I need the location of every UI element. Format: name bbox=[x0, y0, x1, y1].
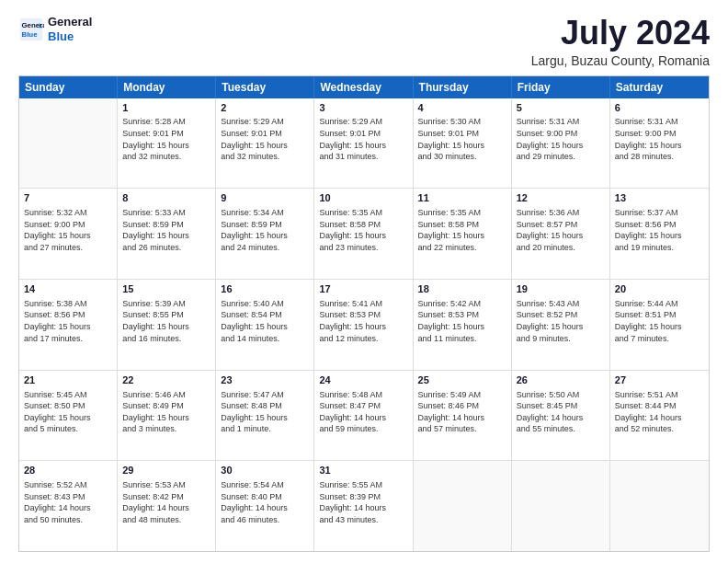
day-info: Sunrise: 5:46 AM Sunset: 8:49 PM Dayligh… bbox=[122, 389, 210, 435]
day-info: Sunrise: 5:35 AM Sunset: 8:58 PM Dayligh… bbox=[418, 207, 506, 253]
day-number: 17 bbox=[319, 282, 407, 296]
calendar-cell bbox=[414, 461, 512, 551]
day-number: 20 bbox=[615, 282, 704, 296]
calendar-cell: 20Sunrise: 5:44 AM Sunset: 8:51 PM Dayli… bbox=[610, 280, 709, 370]
calendar-cell: 6Sunrise: 5:31 AM Sunset: 9:00 PM Daylig… bbox=[610, 98, 709, 189]
calendar: SundayMondayTuesdayWednesdayThursdayFrid… bbox=[18, 75, 710, 552]
calendar-cell: 1Sunrise: 5:28 AM Sunset: 9:01 PM Daylig… bbox=[118, 98, 216, 189]
calendar-cell: 7Sunrise: 5:32 AM Sunset: 9:00 PM Daylig… bbox=[19, 189, 118, 279]
calendar-cell bbox=[610, 461, 709, 551]
calendar-cell: 25Sunrise: 5:49 AM Sunset: 8:46 PM Dayli… bbox=[414, 371, 512, 461]
svg-text:Blue: Blue bbox=[22, 29, 39, 38]
day-number: 25 bbox=[418, 373, 506, 387]
day-number: 4 bbox=[418, 101, 506, 115]
calendar-day-header: Saturday bbox=[610, 76, 709, 98]
day-number: 3 bbox=[319, 101, 407, 115]
day-info: Sunrise: 5:42 AM Sunset: 8:53 PM Dayligh… bbox=[418, 298, 506, 344]
calendar-cell: 10Sunrise: 5:35 AM Sunset: 8:58 PM Dayli… bbox=[314, 189, 413, 279]
day-number: 9 bbox=[221, 191, 309, 205]
day-number: 14 bbox=[24, 282, 112, 296]
calendar-cell bbox=[512, 461, 610, 551]
day-number: 23 bbox=[221, 373, 309, 387]
calendar-cell: 12Sunrise: 5:36 AM Sunset: 8:57 PM Dayli… bbox=[512, 189, 610, 279]
day-number: 16 bbox=[221, 282, 309, 296]
day-number: 12 bbox=[517, 191, 605, 205]
day-info: Sunrise: 5:39 AM Sunset: 8:55 PM Dayligh… bbox=[122, 298, 210, 344]
day-info: Sunrise: 5:53 AM Sunset: 8:42 PM Dayligh… bbox=[122, 479, 210, 525]
calendar-cell: 23Sunrise: 5:47 AM Sunset: 8:48 PM Dayli… bbox=[216, 371, 314, 461]
calendar-day-header: Sunday bbox=[19, 76, 118, 98]
calendar-cell: 26Sunrise: 5:50 AM Sunset: 8:45 PM Dayli… bbox=[512, 371, 610, 461]
day-info: Sunrise: 5:44 AM Sunset: 8:51 PM Dayligh… bbox=[615, 298, 704, 344]
calendar-cell: 5Sunrise: 5:31 AM Sunset: 9:00 PM Daylig… bbox=[512, 98, 610, 189]
day-info: Sunrise: 5:29 AM Sunset: 9:01 PM Dayligh… bbox=[221, 116, 309, 162]
day-info: Sunrise: 5:28 AM Sunset: 9:01 PM Dayligh… bbox=[122, 116, 210, 162]
calendar-cell: 22Sunrise: 5:46 AM Sunset: 8:49 PM Dayli… bbox=[118, 371, 216, 461]
calendar-page: General Blue General Blue July 2024 Larg… bbox=[0, 0, 728, 563]
day-number: 19 bbox=[517, 282, 605, 296]
day-number: 15 bbox=[122, 282, 210, 296]
day-number: 1 bbox=[122, 101, 210, 115]
day-number: 10 bbox=[319, 191, 407, 205]
logo-general: General bbox=[48, 15, 92, 29]
day-info: Sunrise: 5:31 AM Sunset: 9:00 PM Dayligh… bbox=[517, 116, 605, 162]
day-info: Sunrise: 5:47 AM Sunset: 8:48 PM Dayligh… bbox=[221, 389, 309, 435]
calendar-week: 7Sunrise: 5:32 AM Sunset: 9:00 PM Daylig… bbox=[19, 189, 709, 280]
calendar-cell: 8Sunrise: 5:33 AM Sunset: 8:59 PM Daylig… bbox=[118, 189, 216, 279]
calendar-cell: 21Sunrise: 5:45 AM Sunset: 8:50 PM Dayli… bbox=[19, 371, 118, 461]
day-number: 7 bbox=[24, 191, 112, 205]
day-number: 31 bbox=[319, 464, 407, 477]
day-number: 28 bbox=[24, 464, 112, 477]
calendar-cell: 19Sunrise: 5:43 AM Sunset: 8:52 PM Dayli… bbox=[512, 280, 610, 370]
day-info: Sunrise: 5:43 AM Sunset: 8:52 PM Dayligh… bbox=[517, 298, 605, 344]
main-title: July 2024 bbox=[531, 15, 710, 52]
calendar-cell: 30Sunrise: 5:54 AM Sunset: 8:40 PM Dayli… bbox=[216, 461, 314, 551]
day-info: Sunrise: 5:34 AM Sunset: 8:59 PM Dayligh… bbox=[221, 207, 309, 253]
day-number: 30 bbox=[221, 464, 309, 477]
calendar-week: 21Sunrise: 5:45 AM Sunset: 8:50 PM Dayli… bbox=[19, 371, 709, 462]
day-info: Sunrise: 5:35 AM Sunset: 8:58 PM Dayligh… bbox=[319, 207, 407, 253]
day-info: Sunrise: 5:36 AM Sunset: 8:57 PM Dayligh… bbox=[517, 207, 605, 253]
day-info: Sunrise: 5:29 AM Sunset: 9:01 PM Dayligh… bbox=[319, 116, 407, 162]
subtitle: Largu, Buzau County, Romania bbox=[531, 53, 710, 68]
calendar-cell: 13Sunrise: 5:37 AM Sunset: 8:56 PM Dayli… bbox=[610, 189, 709, 279]
logo-blue: Blue bbox=[48, 29, 74, 43]
calendar-cell: 9Sunrise: 5:34 AM Sunset: 8:59 PM Daylig… bbox=[216, 189, 314, 279]
day-info: Sunrise: 5:40 AM Sunset: 8:54 PM Dayligh… bbox=[221, 298, 309, 344]
calendar-day-header: Monday bbox=[118, 76, 216, 98]
day-info: Sunrise: 5:33 AM Sunset: 8:59 PM Dayligh… bbox=[122, 207, 210, 253]
calendar-week: 28Sunrise: 5:52 AM Sunset: 8:43 PM Dayli… bbox=[19, 461, 709, 551]
day-info: Sunrise: 5:54 AM Sunset: 8:40 PM Dayligh… bbox=[221, 479, 309, 525]
day-number: 13 bbox=[615, 191, 704, 205]
day-info: Sunrise: 5:55 AM Sunset: 8:39 PM Dayligh… bbox=[319, 479, 407, 525]
calendar-cell: 14Sunrise: 5:38 AM Sunset: 8:56 PM Dayli… bbox=[19, 280, 118, 370]
calendar-week: 14Sunrise: 5:38 AM Sunset: 8:56 PM Dayli… bbox=[19, 280, 709, 371]
day-info: Sunrise: 5:45 AM Sunset: 8:50 PM Dayligh… bbox=[24, 389, 112, 435]
title-block: July 2024 Largu, Buzau County, Romania bbox=[531, 15, 710, 68]
day-info: Sunrise: 5:41 AM Sunset: 8:53 PM Dayligh… bbox=[319, 298, 407, 344]
day-info: Sunrise: 5:38 AM Sunset: 8:56 PM Dayligh… bbox=[24, 298, 112, 344]
logo-icon: General Blue bbox=[18, 17, 44, 42]
calendar-day-header: Wednesday bbox=[314, 76, 413, 98]
calendar-cell: 18Sunrise: 5:42 AM Sunset: 8:53 PM Dayli… bbox=[414, 280, 512, 370]
day-number: 5 bbox=[517, 101, 605, 115]
calendar-cell bbox=[19, 98, 118, 189]
calendar-day-header: Tuesday bbox=[216, 76, 314, 98]
day-number: 8 bbox=[122, 191, 210, 205]
day-info: Sunrise: 5:50 AM Sunset: 8:45 PM Dayligh… bbox=[517, 389, 605, 435]
day-number: 24 bbox=[319, 373, 407, 387]
calendar-cell: 16Sunrise: 5:40 AM Sunset: 8:54 PM Dayli… bbox=[216, 280, 314, 370]
day-number: 6 bbox=[615, 101, 704, 115]
day-number: 21 bbox=[24, 373, 112, 387]
calendar-cell: 28Sunrise: 5:52 AM Sunset: 8:43 PM Dayli… bbox=[19, 461, 118, 551]
day-info: Sunrise: 5:31 AM Sunset: 9:00 PM Dayligh… bbox=[615, 116, 704, 162]
day-info: Sunrise: 5:52 AM Sunset: 8:43 PM Dayligh… bbox=[24, 479, 112, 525]
day-number: 2 bbox=[221, 101, 309, 115]
day-info: Sunrise: 5:48 AM Sunset: 8:47 PM Dayligh… bbox=[319, 389, 407, 435]
calendar-header: SundayMondayTuesdayWednesdayThursdayFrid… bbox=[19, 76, 709, 98]
day-number: 26 bbox=[517, 373, 605, 387]
calendar-cell: 27Sunrise: 5:51 AM Sunset: 8:44 PM Dayli… bbox=[610, 371, 709, 461]
day-info: Sunrise: 5:32 AM Sunset: 9:00 PM Dayligh… bbox=[24, 207, 112, 253]
day-number: 27 bbox=[615, 373, 704, 387]
calendar-cell: 11Sunrise: 5:35 AM Sunset: 8:58 PM Dayli… bbox=[414, 189, 512, 279]
